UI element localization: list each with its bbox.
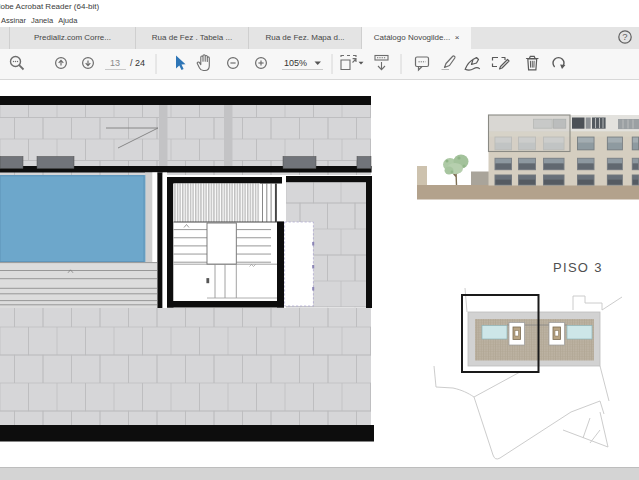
svg-text:13: 13 [110,58,120,68]
svg-text:/ 24: / 24 [130,58,145,68]
svg-text:PISO 3: PISO 3 [553,260,603,275]
svg-text:?: ? [622,31,627,42]
svg-text:105%: 105% [284,58,307,68]
